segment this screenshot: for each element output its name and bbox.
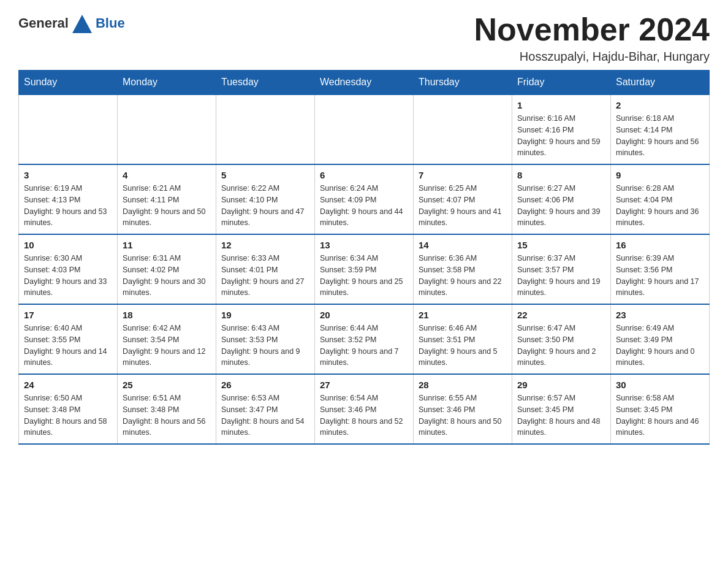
calendar-cell: 13Sunrise: 6:34 AM Sunset: 3:59 PM Dayli… — [315, 234, 414, 304]
calendar-cell: 8Sunrise: 6:27 AM Sunset: 4:06 PM Daylig… — [512, 164, 611, 234]
calendar-week-row: 10Sunrise: 6:30 AM Sunset: 4:03 PM Dayli… — [19, 234, 710, 304]
calendar-cell: 16Sunrise: 6:39 AM Sunset: 3:56 PM Dayli… — [611, 234, 710, 304]
day-info: Sunrise: 6:49 AM Sunset: 3:49 PM Dayligh… — [616, 323, 704, 369]
calendar-cell: 6Sunrise: 6:24 AM Sunset: 4:09 PM Daylig… — [315, 164, 414, 234]
calendar-cell: 7Sunrise: 6:25 AM Sunset: 4:07 PM Daylig… — [414, 164, 512, 234]
day-info: Sunrise: 6:27 AM Sunset: 4:06 PM Dayligh… — [517, 183, 605, 229]
logo-blue-text: Blue — [96, 15, 125, 31]
day-number: 24 — [24, 380, 112, 390]
day-info: Sunrise: 6:44 AM Sunset: 3:52 PM Dayligh… — [320, 323, 408, 369]
day-number: 5 — [221, 170, 309, 180]
weekday-header: Saturday — [611, 71, 710, 95]
calendar-cell — [118, 94, 216, 164]
weekday-header: Friday — [512, 71, 611, 95]
calendar-cell: 2Sunrise: 6:18 AM Sunset: 4:14 PM Daylig… — [611, 94, 710, 164]
day-info: Sunrise: 6:40 AM Sunset: 3:55 PM Dayligh… — [24, 323, 112, 369]
calendar-cell: 26Sunrise: 6:53 AM Sunset: 3:47 PM Dayli… — [216, 374, 315, 444]
weekday-header: Monday — [118, 71, 216, 95]
day-info: Sunrise: 6:54 AM Sunset: 3:46 PM Dayligh… — [320, 393, 408, 439]
day-info: Sunrise: 6:31 AM Sunset: 4:02 PM Dayligh… — [123, 253, 211, 299]
day-info: Sunrise: 6:58 AM Sunset: 3:45 PM Dayligh… — [616, 393, 704, 439]
calendar-cell: 20Sunrise: 6:44 AM Sunset: 3:52 PM Dayli… — [315, 304, 414, 374]
day-number: 21 — [419, 310, 507, 320]
day-info: Sunrise: 6:16 AM Sunset: 4:16 PM Dayligh… — [517, 113, 605, 159]
day-info: Sunrise: 6:33 AM Sunset: 4:01 PM Dayligh… — [221, 253, 309, 299]
title-block: November 2024 Hosszupalyi, Hajdu-Bihar, … — [474, 12, 710, 64]
day-number: 12 — [221, 240, 309, 250]
calendar-cell: 17Sunrise: 6:40 AM Sunset: 3:55 PM Dayli… — [19, 304, 118, 374]
calendar-cell: 30Sunrise: 6:58 AM Sunset: 3:45 PM Dayli… — [611, 374, 710, 444]
calendar-cell — [19, 94, 118, 164]
calendar-cell: 15Sunrise: 6:37 AM Sunset: 3:57 PM Dayli… — [512, 234, 611, 304]
calendar-cell: 23Sunrise: 6:49 AM Sunset: 3:49 PM Dayli… — [611, 304, 710, 374]
day-number: 15 — [517, 240, 605, 250]
day-number: 14 — [419, 240, 507, 250]
day-number: 30 — [616, 380, 704, 390]
day-number: 4 — [123, 170, 211, 180]
month-title: November 2024 — [474, 12, 710, 47]
calendar-cell: 11Sunrise: 6:31 AM Sunset: 4:02 PM Dayli… — [118, 234, 216, 304]
weekday-header: Sunday — [19, 71, 118, 95]
day-info: Sunrise: 6:50 AM Sunset: 3:48 PM Dayligh… — [24, 393, 112, 439]
day-number: 17 — [24, 310, 112, 320]
weekday-header: Wednesday — [315, 71, 414, 95]
calendar-week-row: 24Sunrise: 6:50 AM Sunset: 3:48 PM Dayli… — [19, 374, 710, 444]
calendar-week-row: 3Sunrise: 6:19 AM Sunset: 4:13 PM Daylig… — [19, 164, 710, 234]
calendar-cell: 25Sunrise: 6:51 AM Sunset: 3:48 PM Dayli… — [118, 374, 216, 444]
day-number: 7 — [419, 170, 507, 180]
calendar-cell — [414, 94, 512, 164]
day-info: Sunrise: 6:43 AM Sunset: 3:53 PM Dayligh… — [221, 323, 309, 369]
day-number: 25 — [123, 380, 211, 390]
calendar-cell: 12Sunrise: 6:33 AM Sunset: 4:01 PM Dayli… — [216, 234, 315, 304]
calendar-cell: 4Sunrise: 6:21 AM Sunset: 4:11 PM Daylig… — [118, 164, 216, 234]
calendar-cell: 5Sunrise: 6:22 AM Sunset: 4:10 PM Daylig… — [216, 164, 315, 234]
calendar-cell: 10Sunrise: 6:30 AM Sunset: 4:03 PM Dayli… — [19, 234, 118, 304]
calendar-table: SundayMondayTuesdayWednesdayThursdayFrid… — [18, 70, 710, 445]
day-info: Sunrise: 6:47 AM Sunset: 3:50 PM Dayligh… — [517, 323, 605, 369]
calendar-cell: 3Sunrise: 6:19 AM Sunset: 4:13 PM Daylig… — [19, 164, 118, 234]
calendar-cell: 29Sunrise: 6:57 AM Sunset: 3:45 PM Dayli… — [512, 374, 611, 444]
calendar-cell: 21Sunrise: 6:46 AM Sunset: 3:51 PM Dayli… — [414, 304, 512, 374]
weekday-header: Tuesday — [216, 71, 315, 95]
day-info: Sunrise: 6:30 AM Sunset: 4:03 PM Dayligh… — [24, 253, 112, 299]
day-number: 3 — [24, 170, 112, 180]
calendar-cell: 24Sunrise: 6:50 AM Sunset: 3:48 PM Dayli… — [19, 374, 118, 444]
day-number: 29 — [517, 380, 605, 390]
day-number: 19 — [221, 310, 309, 320]
day-number: 18 — [123, 310, 211, 320]
day-info: Sunrise: 6:18 AM Sunset: 4:14 PM Dayligh… — [616, 113, 704, 159]
day-number: 23 — [616, 310, 704, 320]
day-number: 27 — [320, 380, 408, 390]
day-number: 2 — [616, 100, 704, 110]
day-number: 22 — [517, 310, 605, 320]
day-info: Sunrise: 6:34 AM Sunset: 3:59 PM Dayligh… — [320, 253, 408, 299]
calendar-cell: 9Sunrise: 6:28 AM Sunset: 4:04 PM Daylig… — [611, 164, 710, 234]
day-info: Sunrise: 6:19 AM Sunset: 4:13 PM Dayligh… — [24, 183, 112, 229]
calendar-cell: 18Sunrise: 6:42 AM Sunset: 3:54 PM Dayli… — [118, 304, 216, 374]
day-info: Sunrise: 6:36 AM Sunset: 3:58 PM Dayligh… — [419, 253, 507, 299]
day-number: 28 — [419, 380, 507, 390]
day-info: Sunrise: 6:22 AM Sunset: 4:10 PM Dayligh… — [221, 183, 309, 229]
calendar-week-row: 1Sunrise: 6:16 AM Sunset: 4:16 PM Daylig… — [19, 94, 710, 164]
day-number: 9 — [616, 170, 704, 180]
day-info: Sunrise: 6:25 AM Sunset: 4:07 PM Dayligh… — [419, 183, 507, 229]
day-info: Sunrise: 6:55 AM Sunset: 3:46 PM Dayligh… — [419, 393, 507, 439]
day-number: 6 — [320, 170, 408, 180]
logo: General Blue — [18, 12, 125, 34]
day-info: Sunrise: 6:51 AM Sunset: 3:48 PM Dayligh… — [123, 393, 211, 439]
day-number: 10 — [24, 240, 112, 250]
day-number: 11 — [123, 240, 211, 250]
day-info: Sunrise: 6:28 AM Sunset: 4:04 PM Dayligh… — [616, 183, 704, 229]
day-number: 1 — [517, 100, 605, 110]
day-info: Sunrise: 6:53 AM Sunset: 3:47 PM Dayligh… — [221, 393, 309, 439]
day-info: Sunrise: 6:24 AM Sunset: 4:09 PM Dayligh… — [320, 183, 408, 229]
calendar-cell: 27Sunrise: 6:54 AM Sunset: 3:46 PM Dayli… — [315, 374, 414, 444]
calendar-week-row: 17Sunrise: 6:40 AM Sunset: 3:55 PM Dayli… — [19, 304, 710, 374]
calendar-cell — [315, 94, 414, 164]
day-number: 13 — [320, 240, 408, 250]
calendar-cell: 1Sunrise: 6:16 AM Sunset: 4:16 PM Daylig… — [512, 94, 611, 164]
logo-icon — [71, 12, 93, 34]
calendar-cell: 28Sunrise: 6:55 AM Sunset: 3:46 PM Dayli… — [414, 374, 512, 444]
page-header: General Blue November 2024 Hosszupalyi, … — [18, 12, 710, 64]
calendar-header-row: SundayMondayTuesdayWednesdayThursdayFrid… — [19, 71, 710, 95]
